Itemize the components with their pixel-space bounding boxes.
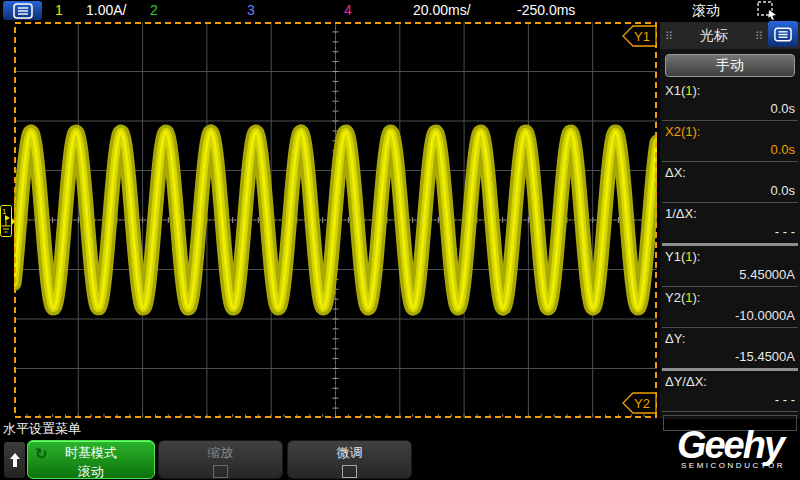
cursor-y1-tag[interactable]: Y1: [622, 25, 657, 47]
arrow-up-icon: [9, 452, 21, 468]
cursor-slope-value: - - -: [665, 390, 795, 409]
channel-3-badge[interactable]: 3: [247, 2, 255, 18]
cursor-row-inv-dx[interactable]: 1/ΔX: - - -: [660, 203, 800, 243]
hamburger-menu-icon: [774, 27, 792, 42]
zoom-checkbox[interactable]: [213, 465, 228, 478]
delay-readout[interactable]: -250.0ms: [517, 2, 575, 18]
cursor-y2-value: -10.0000A: [665, 306, 795, 325]
menu-up-button[interactable]: [4, 442, 25, 478]
cursor-dx-value: 0.0s: [665, 181, 795, 200]
cursor-panel: ⠿ 光标 ⠿ 手动 X1(1): 0.0s X2(1): 0.0s ΔX: 0.…: [660, 22, 800, 419]
timebase-readout[interactable]: 20.00ms/: [413, 2, 471, 18]
timebase-mode-button[interactable]: ↻ 时基模式 滚动: [27, 440, 155, 479]
cursor-row-slope[interactable]: ΔY/ΔX: - - -: [660, 371, 800, 411]
cursor-dy-value: -15.4500A: [665, 347, 795, 366]
cursor-row-x1[interactable]: X1(1): 0.0s: [660, 80, 800, 120]
divider: [662, 411, 798, 412]
channel-1-ground-marker[interactable]: 1: [0, 205, 15, 238]
softkey-bar: ↻ 时基模式 滚动 缩放 微调: [0, 438, 660, 480]
waveform-display[interactable]: 1 Y1 Y2: [14, 22, 657, 418]
drag-handle-right-icon[interactable]: ⠿: [750, 31, 768, 41]
cursor-panel-header[interactable]: ⠿ 光标 ⠿: [660, 22, 800, 49]
cursor-row-dy[interactable]: ΔY: -15.4500A: [660, 328, 800, 368]
cursor-panel-menu-button[interactable]: [768, 21, 798, 47]
main-menu-button[interactable]: [3, 1, 42, 20]
cursor-inv-dx-value: - - -: [665, 222, 795, 241]
selection-tool-icon[interactable]: [757, 1, 779, 23]
scope-grid-and-trace: [14, 22, 657, 418]
cursor-row-x2[interactable]: X2(1): 0.0s: [660, 121, 800, 161]
acquisition-mode-label: 滚动: [692, 2, 720, 20]
channel-1-badge[interactable]: 1: [55, 2, 63, 18]
channel-4-badge[interactable]: 4: [344, 2, 352, 18]
softkey-menu-title: 水平设置菜单: [3, 420, 81, 438]
fine-adjust-button[interactable]: 微调: [287, 440, 412, 479]
channel-2-badge[interactable]: 2: [150, 2, 158, 18]
cursor-y2-tag[interactable]: Y2: [622, 392, 657, 414]
drag-handle-left-icon[interactable]: ⠿: [660, 31, 678, 41]
hamburger-menu-icon: [13, 3, 33, 19]
cursor-x1-value: 0.0s: [665, 99, 795, 118]
cursor-mode-button[interactable]: 手动: [665, 54, 795, 77]
cursor-row-y1[interactable]: Y1(1): 5.45000A: [660, 246, 800, 286]
zoom-button[interactable]: 缩放: [158, 440, 283, 479]
cursor-panel-title: 光标: [678, 27, 750, 45]
cycle-arrows-icon: ↻: [35, 445, 48, 463]
fine-adjust-checkbox[interactable]: [342, 465, 357, 478]
svg-text:Y1: Y1: [634, 29, 650, 44]
status-bar: 1 1.00A/ 2 3 4 20.00ms/ -250.0ms 滚动: [0, 0, 800, 21]
cursor-y1-value: 5.45000A: [665, 265, 795, 284]
marker-channel-number: 1: [2, 207, 7, 216]
cursor-x2-value: 0.0s: [665, 140, 795, 159]
cursor-row-dx[interactable]: ΔX: 0.0s: [660, 162, 800, 202]
svg-text:Y2: Y2: [634, 396, 650, 411]
channel-1-scale[interactable]: 1.00A/: [86, 2, 126, 18]
cursor-row-y2[interactable]: Y2(1): -10.0000A: [660, 287, 800, 327]
brand-logo: Geehy SEMICONDUCTOR: [660, 427, 800, 470]
